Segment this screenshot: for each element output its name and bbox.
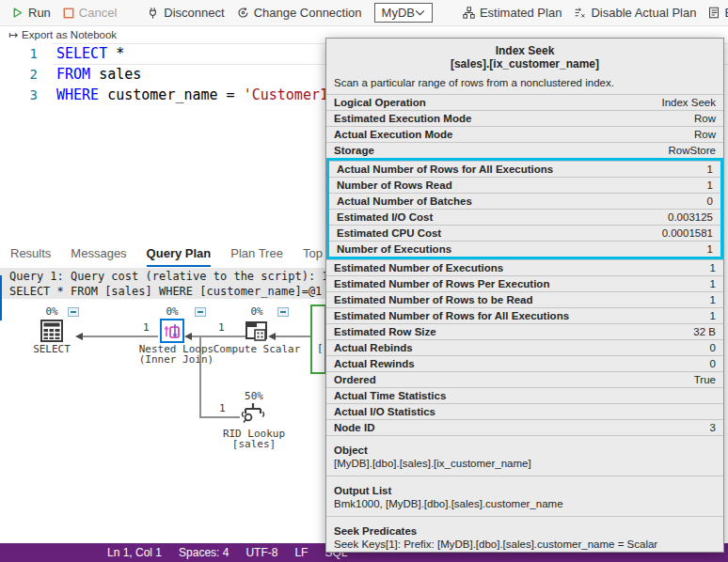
cancel-button[interactable]: Cancel — [63, 6, 117, 20]
refresh-connection-icon — [237, 7, 249, 19]
property-value: RowStore — [669, 145, 717, 156]
enable-sqlcmd-button[interactable]: Enable SQLCMD — [708, 6, 728, 20]
property-row: Number of Rows Read1 — [329, 177, 720, 193]
property-section: Output ListBmk1000, [MyDB].[dbo].[sales]… — [326, 484, 723, 517]
property-row: Actual Time Statistics — [326, 387, 723, 403]
rid-lookup-operator-icon[interactable] — [240, 400, 266, 427]
edge-arrowhead — [268, 333, 276, 340]
compute-scalar-operator-icon[interactable] — [245, 320, 269, 343]
edge-row-count: 1 — [143, 321, 150, 334]
rid-lookup-node-sublabel: [sales] — [212, 439, 296, 449]
edge-line — [199, 416, 240, 418]
nested-loops-operator-icon[interactable] — [160, 319, 184, 343]
run-button[interactable]: Run — [11, 6, 51, 20]
property-label: Estimated I/O Cost — [337, 211, 433, 223]
disconnect-button[interactable]: Disconnect — [147, 6, 224, 20]
property-label: Actual Rebinds — [334, 342, 413, 353]
property-label: Estimated Number of Rows for All Executi… — [334, 310, 569, 321]
property-label: Actual Number of Batches — [337, 195, 472, 207]
property-value: 1 — [710, 278, 716, 289]
property-row: Estimated Number of Rows Per Execution1 — [326, 275, 723, 291]
property-row: Node ID3 — [326, 419, 723, 435]
property-value: Row — [694, 113, 716, 124]
collapse-toggle[interactable] — [277, 307, 289, 317]
property-row: Actual Rebinds0 — [326, 339, 723, 355]
nested-loops-node-sublabel: (Inner Join) — [132, 354, 221, 365]
property-row: Estimated CPU Cost0.0001581 — [329, 225, 720, 241]
property-row: StorageRowStore — [326, 142, 723, 158]
tab-messages[interactable]: Messages — [71, 241, 126, 267]
property-section: Object[MyDB].[dbo].[sales].[ix_customer_… — [326, 444, 723, 476]
property-row: Estimated Execution ModeRow — [326, 110, 723, 126]
property-value: Index Seek — [661, 97, 716, 108]
play-icon — [11, 7, 24, 19]
property-value: 0.003125 — [668, 211, 713, 223]
disable-actual-plan-button[interactable]: Disable Actual Plan — [574, 6, 696, 20]
collapse-toggle[interactable] — [195, 307, 206, 317]
export-as-notebook-link[interactable]: ↦ Export as Notebook — [0, 27, 117, 42]
section-value: [MyDB].[dbo].[sales].[ix_customer_name] — [334, 457, 716, 470]
edge-row-count: 1 — [219, 402, 226, 414]
section-label: Output List — [334, 484, 716, 497]
query-plan-canvas[interactable]: 1 1 1 0% SELECT 0% Nested Loops — [0, 299, 325, 543]
sql-code: customer_name = — [99, 85, 244, 105]
highlighted-properties-box: Actual Number of Rows for All Executions… — [326, 158, 723, 259]
eol-sequence[interactable]: LF — [294, 546, 308, 559]
tooltip-description: Scan a particular range of rows from a n… — [326, 70, 723, 94]
focus-accent-strip — [0, 275, 2, 320]
property-label: Ordered — [334, 374, 376, 385]
encoding[interactable]: UTF-8 — [245, 546, 277, 559]
tooltip-sections: Object[MyDB].[dbo].[sales].[ix_customer_… — [326, 444, 723, 553]
select-operator-icon[interactable] — [40, 319, 64, 343]
cancel-label: Cancel — [79, 6, 117, 20]
sql-editor[interactable]: 1 SELECT * 2 FROM sales 3 WHERE customer… — [0, 43, 325, 241]
plug-icon — [147, 7, 159, 20]
code-line-2[interactable]: 2 FROM sales — [0, 64, 325, 85]
tooltip-subtitle: [sales].[ix_customer_name] — [326, 57, 723, 70]
disconnect-label: Disconnect — [164, 6, 224, 20]
indentation-setting[interactable]: Spaces: 4 — [179, 546, 229, 559]
query-statement-line: SELECT * FROM [sales] WHERE [customer_na… — [9, 284, 325, 299]
property-value: 1 — [710, 294, 716, 305]
property-label: Actual I/O Statistics — [334, 406, 435, 417]
nested-loops-node-cost: 0% — [149, 305, 196, 318]
collapse-toggle[interactable] — [68, 307, 79, 317]
property-row: Estimated Number of Rows to be Read1 — [326, 291, 723, 307]
database-dropdown[interactable]: MyDB — [374, 3, 433, 23]
property-row: Actual I/O Statistics — [326, 403, 723, 419]
sql-keyword: SELECT — [56, 43, 107, 64]
disable-actual-plan-label: Disable Actual Plan — [591, 6, 696, 20]
property-label: Node ID — [334, 422, 374, 433]
property-label: Number of Executions — [337, 243, 451, 255]
estimated-plan-button[interactable]: Estimated Plan — [463, 6, 562, 20]
code-line-3[interactable]: 3 WHERE customer_name = 'Customer1009 — [0, 85, 325, 105]
edge-line — [83, 336, 158, 337]
sqlcmd-file-icon — [708, 7, 720, 19]
property-row: Actual Number of Rows for All Executions… — [329, 161, 720, 177]
tab-query-plan[interactable]: Query Plan — [147, 241, 212, 267]
property-label: Actual Time Statistics — [334, 390, 446, 401]
property-value: Row — [694, 129, 716, 140]
tab-plan-tree[interactable]: Plan Tree — [230, 241, 283, 267]
property-label: Actual Execution Mode — [334, 129, 453, 140]
edge-row-count: 1 — [218, 321, 225, 334]
property-value: 32 B — [693, 326, 716, 337]
index-seek-node-selected[interactable]: [ — [310, 304, 326, 374]
property-label: Actual Rewinds — [334, 358, 415, 369]
property-label: Logical Operation — [334, 97, 426, 108]
tab-results[interactable]: Results — [10, 241, 51, 267]
property-row: OrderedTrue — [326, 371, 723, 387]
cursor-position[interactable]: Ln 1, Col 1 — [107, 546, 162, 559]
chevron-down-icon — [415, 9, 425, 16]
property-value: 0 — [710, 342, 716, 353]
line-number: 2 — [0, 64, 56, 85]
property-label: Estimated Number of Executions — [334, 262, 503, 273]
change-connection-button[interactable]: Change Connection — [237, 6, 362, 20]
query-cost-header: Query 1: Query cost (relative to the scr… — [0, 268, 325, 299]
property-value: 0 — [710, 358, 716, 369]
sql-code: * — [107, 43, 124, 64]
line-number: 1 — [0, 43, 56, 64]
code-line-1[interactable]: 1 SELECT * — [0, 43, 325, 64]
property-row: Estimated Number of Rows for All Executi… — [326, 307, 723, 323]
section-value: Bmk1000, [MyDB].[dbo].[sales].customer_n… — [334, 497, 716, 510]
